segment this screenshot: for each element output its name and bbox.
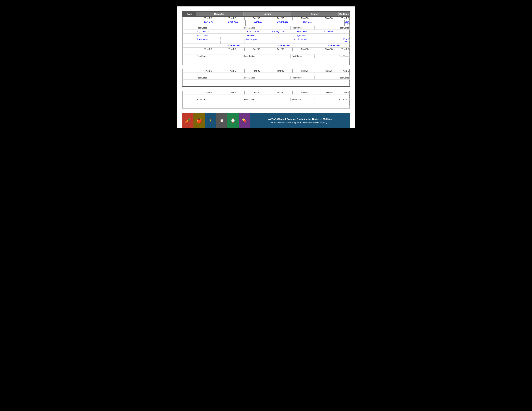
fv2-5: 1 potato-37 [296,34,321,37]
time4: 2:30pm /102 [270,20,295,26]
time7: 9pm /155 [345,20,350,26]
fv1-2 [221,30,246,33]
day3-blank1 [182,94,350,98]
date-label: Date [187,13,192,15]
timebg-2: Time/BG [220,17,245,20]
walk3 [246,44,271,47]
footer-img-4: 📋 [216,113,227,128]
timebg-7: Time/BG [341,17,350,20]
day3-blank2 [182,101,350,105]
footer-title: VA/DoD Clinical Practice Guideline for D… [268,118,332,120]
footer-dot [300,122,301,123]
date-header: Date [182,12,196,16]
day2-foodlabels-row: Food/Carbs: Food/Carbs: Food/Carbs: Food… [182,76,350,80]
day2-timebg: Time/BG Time/BG Time/BG Time/BG Time/BG … [182,69,350,73]
footer: 🥕 🍎 🚶 📋 ⌚ 💊 VA/DoD Clinical Practice Gui… [182,113,350,128]
footer-img-2: 🍎 [193,113,205,128]
dinner-header: Dinner [291,12,339,16]
fv1-5: Roast Beef - 0 [296,30,321,33]
fv1-7 [346,30,350,33]
fv3-5: 4 units aspart [294,37,318,44]
fv2-7 [346,34,350,37]
day1-food1-row: veg omlet - 6 Ham sand-34 1 orange- 20 R… [182,30,350,34]
fv1-1: veg omlet - 6 [196,30,221,33]
time1: 8am /148 [196,20,221,26]
day1-foodlabels2-row: Food/Carbs: Food/Carbs: Food/Carbs: Food… [182,55,350,58]
fv3-6 [318,37,342,44]
time5: 6pm /116 [295,20,320,26]
walk1 [196,44,221,47]
footer-images: 🥕 🍎 🚶 📋 ⌚ 💊 [182,113,250,128]
walk6: Walk 15 min [321,44,346,47]
time2: 10am /160 [221,20,246,26]
fv1-4: 1 orange- 20 [271,30,296,33]
fv3-3: 3 unit aspart [245,37,269,44]
fv2-3: ice tea-0 [246,34,271,37]
walk2: Walk 15 min [221,44,246,47]
fv2-2 [221,34,246,37]
fv2-4 [271,34,296,37]
footer-img-3: 🚶 [205,113,216,128]
bedtime-header: Bedtime [339,12,350,16]
fv2-1: Milk-11 carb [196,34,221,37]
day-separator-3 [182,87,350,91]
breakfast-label: Breakfast [214,13,225,15]
day3-foodlabels-row: Food/Carbs: Food/Carbs: Food/Carbs: Food… [182,98,350,101]
day3-blank3 [182,105,350,108]
bedtime-label: Bedtime [339,13,349,15]
day1-times-row: 8am /148 10am /160 12pm /97 2:30pm /102 … [182,20,350,26]
fv3-7: 10 unit Lantus [342,37,350,44]
fv3-2 [220,37,245,44]
timebg-3: Time/BG [245,17,269,20]
timebg-5: Time/BG [293,17,317,20]
day1-date [182,20,196,26]
fv3-4 [269,37,294,44]
date-cell-sub [182,17,196,20]
day-separator-2 [182,65,350,69]
fl5: Food/Carbs: [291,26,314,29]
day1-food2-row: Milk-11 carb ice tea-0 1 potato-37 [182,34,350,37]
footer-img-6: 💊 [238,113,250,128]
day1-empty-timebg: Time/BG Time/BG Time/BG Time/BG Time/BG … [182,47,350,51]
fl3: Food/Carbs: [243,26,267,29]
footer-url2: http://www.healthquality.va.gov [303,121,329,124]
breakfast-header: Breakfast [196,12,244,16]
walk5 [296,44,321,47]
timebg-4: Time/BG [269,17,293,20]
time6 [320,20,344,26]
fv1-3: Ham sand-34 [246,30,271,33]
header-row: Date Breakfast Lunch Dinner Bedtime [182,11,350,17]
fl1: Food/Carbs: [196,26,220,29]
day1-walk-row: Walk 15 min Walk 15 min Walk 15 min [182,44,350,47]
time3: 12pm /97 [246,20,270,26]
fv1-6: ¼ c Almonds [321,30,346,33]
walk4: Walk 15 min [271,44,296,47]
dinner-label: Dinner [311,13,319,15]
day1-food3-row: 2 unit aspart 3 unit aspart 4 units aspa… [182,37,350,44]
day1-foodlabels-row: Food/Carbs: Food/Carbs: Food/Carbs: Food… [182,26,350,30]
page: Date Breakfast Lunch Dinner Bedtime Time… [177,6,355,128]
timebg-6: Time/BG [317,17,341,20]
fl6 [314,26,338,29]
fl4 [267,26,291,29]
day1-blank3 [182,61,350,65]
fv3-1: 2 unit aspart [196,37,220,44]
walk7 [346,44,350,47]
day1-blank2 [182,58,350,61]
fl7: Food/Carbs [338,26,350,29]
lunch-label: Lunch [264,13,271,15]
subheader-row: Time/BG Time/BG Time/BG Time/BG Time/BG … [182,17,350,20]
fv2-6 [321,34,346,37]
timebg-1: Time/BG [196,17,220,20]
day2-blank1 [182,73,350,76]
footer-url1: https://www.qmo.amedd.army.mil [271,121,299,124]
footer-img-1: 🥕 [182,113,193,128]
day1-blank1 [182,51,350,55]
day2-blank2 [182,80,350,83]
lunch-header: Lunch [244,12,291,16]
footer-img-5: ⌚ [227,113,238,128]
footer-text-block: VA/DoD Clinical Practice Guideline for D… [250,113,350,128]
day2-blank3 [182,83,350,87]
fl2 [220,26,244,29]
footer-urls: https://www.qmo.amedd.army.mil http://ww… [271,121,329,124]
